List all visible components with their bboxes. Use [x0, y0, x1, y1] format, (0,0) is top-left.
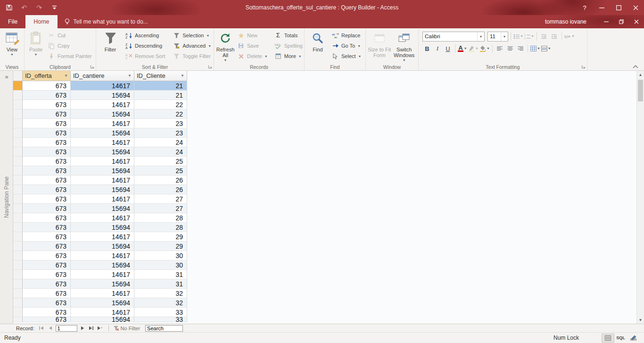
current-record-input[interactable] [56, 325, 77, 332]
table-cell[interactable]: 15694 [71, 91, 134, 100]
increase-indent-button[interactable] [550, 32, 559, 41]
ascending-button[interactable]: AZ Ascending [123, 30, 167, 41]
table-cell[interactable]: 673 [23, 166, 71, 176]
table-cell[interactable]: 14617 [71, 138, 134, 147]
row-selector[interactable] [13, 119, 23, 128]
column-header-id-offerta[interactable]: ID_offerta ▼ [23, 71, 71, 81]
format-painter-button[interactable]: Format Painter [46, 51, 94, 61]
table-cell[interactable]: 673 [23, 213, 71, 223]
row-selector[interactable] [13, 270, 23, 279]
table-cell[interactable]: 673 [23, 109, 71, 119]
italic-button[interactable]: I [433, 44, 442, 53]
more-button[interactable]: More ▼ [272, 51, 305, 61]
row-selector[interactable] [13, 242, 23, 251]
table-cell[interactable]: 15694 [71, 109, 134, 119]
selection-button[interactable]: Selection ▼ [171, 30, 213, 41]
table-cell[interactable]: 15694 [71, 223, 134, 232]
text-formatting-dialog-launcher-icon[interactable] [581, 65, 586, 69]
table-cell[interactable]: 21 [134, 91, 187, 100]
table-cell[interactable]: 25 [134, 157, 187, 166]
table-cell[interactable]: 673 [23, 176, 71, 185]
vertical-scrollbar[interactable]: ▲ ▼ [636, 71, 644, 324]
table-cell[interactable]: 14617 [71, 270, 134, 279]
redo-icon[interactable]: ↷ [35, 3, 43, 12]
table-cell[interactable]: 14617 [71, 157, 134, 166]
record-search-input[interactable] [145, 325, 183, 332]
row-selector[interactable] [13, 109, 23, 119]
undo-icon[interactable]: ↶ [20, 3, 28, 12]
column-filter-dropdown-icon[interactable]: ▼ [178, 74, 184, 78]
tab-file[interactable]: File [0, 15, 25, 28]
table-cell[interactable]: 673 [23, 298, 71, 308]
table-cell[interactable]: 673 [23, 138, 71, 147]
table-cell[interactable]: 24 [134, 147, 187, 157]
table-cell[interactable]: 27 [134, 194, 187, 204]
new-blank-record-button[interactable]: * [97, 325, 104, 332]
align-left-button[interactable] [495, 44, 504, 53]
scrollbar-thumb[interactable] [638, 80, 643, 101]
copy-button[interactable]: Copy [46, 41, 94, 51]
table-cell[interactable]: 673 [23, 81, 71, 91]
gridlines-button[interactable]: ▼ [530, 44, 540, 53]
table-cell[interactable]: 673 [23, 119, 71, 128]
table-cell[interactable]: 673 [23, 100, 71, 109]
text-direction-ltr-button[interactable]: M ▼ [564, 32, 575, 41]
scroll-down-icon[interactable]: ▼ [637, 316, 644, 324]
refresh-all-button[interactable]: Refresh All ▼ [215, 29, 235, 62]
background-color-button[interactable]: ▼ [479, 44, 490, 53]
descending-button[interactable]: ZA Descending [123, 41, 167, 51]
advanced-button[interactable]: Advanced ▼ [171, 41, 213, 51]
table-cell[interactable]: 15694 [71, 242, 134, 251]
row-selector[interactable] [13, 194, 23, 204]
spelling-button[interactable]: ABC Spelling [272, 41, 305, 51]
current-row-selector[interactable] [13, 81, 23, 91]
table-cell[interactable]: 673 [23, 91, 71, 100]
table-cell[interactable]: 14617 [71, 100, 134, 109]
table-cell[interactable]: 673 [23, 147, 71, 157]
table-cell[interactable]: 673 [23, 204, 71, 213]
highlight-color-button[interactable]: ▼ [468, 44, 479, 53]
table-cell[interactable]: 26 [134, 185, 187, 194]
table-cell[interactable]: 28 [134, 223, 187, 232]
table-cell[interactable]: 14617 [71, 213, 134, 223]
save-record-button[interactable]: Save [235, 41, 270, 51]
table-cell[interactable]: 673 [23, 232, 71, 242]
row-selector[interactable] [13, 157, 23, 166]
row-selector[interactable] [13, 279, 23, 289]
close-button[interactable] [627, 0, 644, 15]
table-cell[interactable]: 33 [134, 308, 187, 317]
table-cell[interactable]: 31 [134, 270, 187, 279]
switch-windows-button[interactable]: Switch Windows ▼ [392, 29, 417, 62]
row-selector[interactable] [13, 128, 23, 138]
document-close-button[interactable] [629, 15, 644, 28]
column-filter-dropdown-icon[interactable]: ▼ [61, 74, 68, 78]
maximize-button[interactable] [610, 0, 627, 15]
table-cell[interactable]: 673 [23, 194, 71, 204]
table-cell[interactable]: 673 [23, 251, 71, 260]
alternate-row-color-button[interactable]: ▼ [541, 44, 551, 53]
table-cell[interactable]: 27 [134, 204, 187, 213]
row-selector[interactable] [13, 166, 23, 176]
paste-button[interactable]: Paste ▼ [26, 29, 46, 62]
table-cell[interactable]: 14617 [71, 289, 134, 298]
row-selector[interactable] [13, 260, 23, 270]
first-record-button[interactable] [38, 325, 45, 332]
table-cell[interactable]: 15694 [71, 279, 134, 289]
filter-status-button[interactable]: No Filter [113, 326, 140, 331]
table-cell[interactable]: 30 [134, 260, 187, 270]
column-header-id-cantiere[interactable]: ID_cantiere ▼ [71, 71, 134, 81]
delete-button[interactable]: Delete ▼ [235, 51, 270, 61]
align-right-button[interactable] [516, 44, 525, 53]
select-button[interactable]: Select ▼ [330, 51, 363, 61]
table-cell[interactable]: 673 [23, 223, 71, 232]
table-cell[interactable]: 26 [134, 176, 187, 185]
table-cell[interactable]: 24 [134, 138, 187, 147]
row-selector[interactable] [13, 223, 23, 232]
navigation-pane-collapsed[interactable]: » Navigation Pane [0, 71, 13, 324]
row-selector[interactable] [13, 147, 23, 157]
table-cell[interactable]: 14617 [71, 81, 134, 91]
row-selector[interactable] [13, 138, 23, 147]
table-cell[interactable]: 673 [23, 185, 71, 194]
table-cell[interactable]: 30 [134, 251, 187, 260]
table-cell[interactable]: 32 [134, 289, 187, 298]
